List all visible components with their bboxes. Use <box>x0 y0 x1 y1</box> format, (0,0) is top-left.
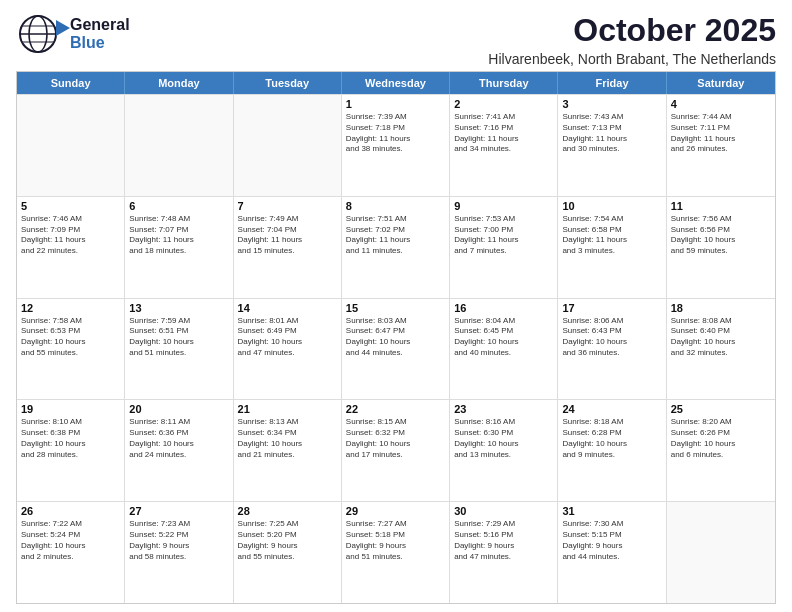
day-info: Sunrise: 8:11 AM Sunset: 6:36 PM Dayligh… <box>129 417 228 460</box>
day-number: 23 <box>454 403 553 415</box>
day-info: Sunrise: 7:53 AM Sunset: 7:00 PM Dayligh… <box>454 214 553 257</box>
calendar-cell: 14Sunrise: 8:01 AM Sunset: 6:49 PM Dayli… <box>234 299 342 400</box>
day-of-week-header: Tuesday <box>234 72 342 94</box>
day-info: Sunrise: 8:15 AM Sunset: 6:32 PM Dayligh… <box>346 417 445 460</box>
day-info: Sunrise: 7:58 AM Sunset: 6:53 PM Dayligh… <box>21 316 120 359</box>
logo-general: General <box>70 16 130 34</box>
day-info: Sunrise: 7:46 AM Sunset: 7:09 PM Dayligh… <box>21 214 120 257</box>
day-info: Sunrise: 7:23 AM Sunset: 5:22 PM Dayligh… <box>129 519 228 562</box>
calendar-cell: 8Sunrise: 7:51 AM Sunset: 7:02 PM Daylig… <box>342 197 450 298</box>
calendar-cell: 15Sunrise: 8:03 AM Sunset: 6:47 PM Dayli… <box>342 299 450 400</box>
day-number: 18 <box>671 302 771 314</box>
calendar-cell: 7Sunrise: 7:49 AM Sunset: 7:04 PM Daylig… <box>234 197 342 298</box>
day-number: 27 <box>129 505 228 517</box>
calendar-cell: 11Sunrise: 7:56 AM Sunset: 6:56 PM Dayli… <box>667 197 775 298</box>
day-number: 9 <box>454 200 553 212</box>
day-of-week-header: Friday <box>558 72 666 94</box>
calendar-cell: 17Sunrise: 8:06 AM Sunset: 6:43 PM Dayli… <box>558 299 666 400</box>
calendar: SundayMondayTuesdayWednesdayThursdayFrid… <box>16 71 776 604</box>
day-number: 29 <box>346 505 445 517</box>
day-number: 26 <box>21 505 120 517</box>
day-number: 28 <box>238 505 337 517</box>
day-number: 21 <box>238 403 337 415</box>
calendar-cell: 26Sunrise: 7:22 AM Sunset: 5:24 PM Dayli… <box>17 502 125 603</box>
day-number: 5 <box>21 200 120 212</box>
calendar-cell: 27Sunrise: 7:23 AM Sunset: 5:22 PM Dayli… <box>125 502 233 603</box>
calendar-row: 19Sunrise: 8:10 AM Sunset: 6:38 PM Dayli… <box>17 399 775 501</box>
day-number: 30 <box>454 505 553 517</box>
day-of-week-header: Saturday <box>667 72 775 94</box>
day-info: Sunrise: 8:10 AM Sunset: 6:38 PM Dayligh… <box>21 417 120 460</box>
svg-marker-5 <box>56 20 70 36</box>
day-info: Sunrise: 8:13 AM Sunset: 6:34 PM Dayligh… <box>238 417 337 460</box>
day-number: 14 <box>238 302 337 314</box>
calendar-cell: 12Sunrise: 7:58 AM Sunset: 6:53 PM Dayli… <box>17 299 125 400</box>
calendar-cell: 4Sunrise: 7:44 AM Sunset: 7:11 PM Daylig… <box>667 95 775 196</box>
day-info: Sunrise: 7:39 AM Sunset: 7:18 PM Dayligh… <box>346 112 445 155</box>
day-number: 2 <box>454 98 553 110</box>
calendar-cell: 18Sunrise: 8:08 AM Sunset: 6:40 PM Dayli… <box>667 299 775 400</box>
day-info: Sunrise: 7:43 AM Sunset: 7:13 PM Dayligh… <box>562 112 661 155</box>
day-info: Sunrise: 8:08 AM Sunset: 6:40 PM Dayligh… <box>671 316 771 359</box>
calendar-cell: 20Sunrise: 8:11 AM Sunset: 6:36 PM Dayli… <box>125 400 233 501</box>
calendar-cell: 31Sunrise: 7:30 AM Sunset: 5:15 PM Dayli… <box>558 502 666 603</box>
day-number: 12 <box>21 302 120 314</box>
day-info: Sunrise: 7:51 AM Sunset: 7:02 PM Dayligh… <box>346 214 445 257</box>
day-info: Sunrise: 8:04 AM Sunset: 6:45 PM Dayligh… <box>454 316 553 359</box>
calendar-cell: 6Sunrise: 7:48 AM Sunset: 7:07 PM Daylig… <box>125 197 233 298</box>
day-of-week-header: Sunday <box>17 72 125 94</box>
day-number: 4 <box>671 98 771 110</box>
day-info: Sunrise: 7:49 AM Sunset: 7:04 PM Dayligh… <box>238 214 337 257</box>
day-info: Sunrise: 8:01 AM Sunset: 6:49 PM Dayligh… <box>238 316 337 359</box>
day-info: Sunrise: 8:20 AM Sunset: 6:26 PM Dayligh… <box>671 417 771 460</box>
day-number: 13 <box>129 302 228 314</box>
day-info: Sunrise: 7:54 AM Sunset: 6:58 PM Dayligh… <box>562 214 661 257</box>
calendar-header: SundayMondayTuesdayWednesdayThursdayFrid… <box>17 72 775 94</box>
day-info: Sunrise: 7:44 AM Sunset: 7:11 PM Dayligh… <box>671 112 771 155</box>
day-info: Sunrise: 8:06 AM Sunset: 6:43 PM Dayligh… <box>562 316 661 359</box>
calendar-cell: 10Sunrise: 7:54 AM Sunset: 6:58 PM Dayli… <box>558 197 666 298</box>
calendar-cell <box>234 95 342 196</box>
calendar-row: 12Sunrise: 7:58 AM Sunset: 6:53 PM Dayli… <box>17 298 775 400</box>
logo: General Blue <box>16 12 130 56</box>
day-number: 1 <box>346 98 445 110</box>
day-number: 24 <box>562 403 661 415</box>
subtitle: Hilvarenbeek, North Brabant, The Netherl… <box>488 51 776 67</box>
day-number: 6 <box>129 200 228 212</box>
calendar-cell: 21Sunrise: 8:13 AM Sunset: 6:34 PM Dayli… <box>234 400 342 501</box>
day-info: Sunrise: 7:59 AM Sunset: 6:51 PM Dayligh… <box>129 316 228 359</box>
calendar-cell: 5Sunrise: 7:46 AM Sunset: 7:09 PM Daylig… <box>17 197 125 298</box>
day-info: Sunrise: 8:18 AM Sunset: 6:28 PM Dayligh… <box>562 417 661 460</box>
day-number: 10 <box>562 200 661 212</box>
calendar-body: 1Sunrise: 7:39 AM Sunset: 7:18 PM Daylig… <box>17 94 775 603</box>
calendar-cell: 9Sunrise: 7:53 AM Sunset: 7:00 PM Daylig… <box>450 197 558 298</box>
calendar-cell: 30Sunrise: 7:29 AM Sunset: 5:16 PM Dayli… <box>450 502 558 603</box>
day-of-week-header: Wednesday <box>342 72 450 94</box>
day-number: 20 <box>129 403 228 415</box>
day-number: 3 <box>562 98 661 110</box>
calendar-cell: 13Sunrise: 7:59 AM Sunset: 6:51 PM Dayli… <box>125 299 233 400</box>
calendar-cell: 25Sunrise: 8:20 AM Sunset: 6:26 PM Dayli… <box>667 400 775 501</box>
calendar-cell: 22Sunrise: 8:15 AM Sunset: 6:32 PM Dayli… <box>342 400 450 501</box>
calendar-cell: 24Sunrise: 8:18 AM Sunset: 6:28 PM Dayli… <box>558 400 666 501</box>
day-number: 7 <box>238 200 337 212</box>
day-info: Sunrise: 7:27 AM Sunset: 5:18 PM Dayligh… <box>346 519 445 562</box>
calendar-row: 26Sunrise: 7:22 AM Sunset: 5:24 PM Dayli… <box>17 501 775 603</box>
day-info: Sunrise: 7:22 AM Sunset: 5:24 PM Dayligh… <box>21 519 120 562</box>
logo-icon <box>16 12 74 56</box>
logo-blue: Blue <box>70 34 130 52</box>
day-number: 25 <box>671 403 771 415</box>
day-of-week-header: Monday <box>125 72 233 94</box>
calendar-cell: 29Sunrise: 7:27 AM Sunset: 5:18 PM Dayli… <box>342 502 450 603</box>
day-number: 16 <box>454 302 553 314</box>
calendar-cell <box>125 95 233 196</box>
main-title: October 2025 <box>488 12 776 49</box>
day-info: Sunrise: 7:29 AM Sunset: 5:16 PM Dayligh… <box>454 519 553 562</box>
day-number: 19 <box>21 403 120 415</box>
day-number: 11 <box>671 200 771 212</box>
day-number: 15 <box>346 302 445 314</box>
page: General Blue October 2025 Hilvarenbeek, … <box>0 0 792 612</box>
day-info: Sunrise: 7:25 AM Sunset: 5:20 PM Dayligh… <box>238 519 337 562</box>
header: General Blue October 2025 Hilvarenbeek, … <box>16 12 776 67</box>
day-info: Sunrise: 8:03 AM Sunset: 6:47 PM Dayligh… <box>346 316 445 359</box>
